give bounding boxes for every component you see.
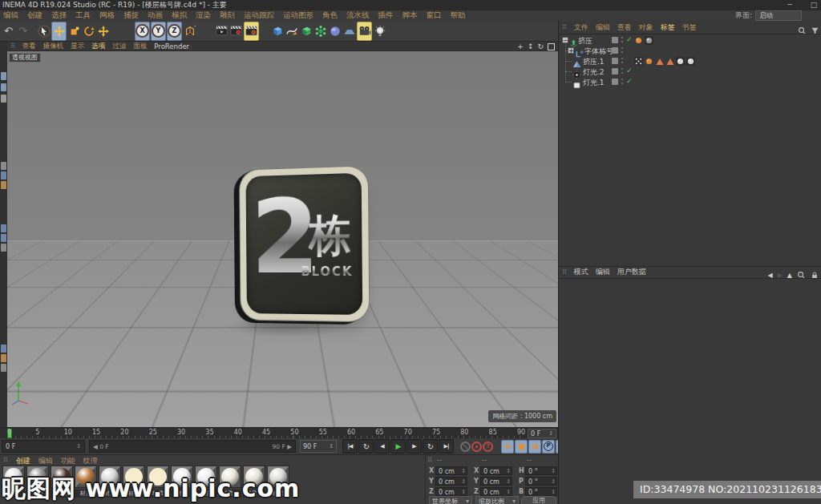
pan-icon[interactable]: + bbox=[517, 42, 524, 51]
rotation-keyframe-toggle[interactable] bbox=[528, 440, 541, 454]
spinner-arrows-icon[interactable]: ↕ bbox=[548, 430, 553, 437]
phong-tag[interactable] bbox=[645, 36, 653, 45]
coord-field-0-0[interactable]: 0 cm↕ bbox=[435, 466, 467, 475]
grip-icon[interactable]: ⠿ bbox=[10, 43, 15, 50]
collapse-icon[interactable]: − bbox=[562, 37, 568, 43]
scale-keyframe-toggle[interactable] bbox=[515, 440, 528, 454]
main-menu-item-13[interactable]: 流水线 bbox=[346, 10, 370, 21]
parameter-keyframe-toggle[interactable]: P bbox=[542, 440, 555, 454]
mode-toolbar-icon[interactable] bbox=[1, 224, 6, 232]
point-tag[interactable] bbox=[634, 36, 643, 45]
sign-3d-object[interactable]: 2 栋 BLOCK bbox=[237, 167, 370, 321]
viewport-menu-item-3[interactable]: 选项 bbox=[91, 42, 105, 51]
object-manager-menu-item-2[interactable]: 查看 bbox=[617, 22, 632, 33]
main-menu-item-10[interactable]: 运动跟踪 bbox=[244, 10, 274, 21]
visibility-dots[interactable] bbox=[621, 58, 624, 65]
toggle-view-icon[interactable] bbox=[548, 43, 555, 50]
viewport-menu-item-4[interactable]: 过滤 bbox=[112, 42, 126, 51]
spinner-arrows-icon[interactable]: ↕ bbox=[551, 467, 556, 476]
main-menu-item-8[interactable]: 渲染 bbox=[196, 10, 211, 21]
scale-button[interactable] bbox=[67, 22, 81, 40]
viewport-canvas[interactable]: 透视视图 2 栋 BLOCK 网格间距 : 1000 cm bbox=[7, 51, 558, 427]
maximize-button[interactable]: □ bbox=[807, 0, 821, 10]
rotate-view-icon[interactable]: ↻ bbox=[537, 42, 544, 51]
range-end-spinner[interactable]: 90 F↕ bbox=[300, 440, 337, 453]
coordinate-system-button[interactable] bbox=[183, 22, 196, 40]
viewport-panel[interactable]: ⠿查看摄像机显示选项过滤面板ProRender 透视视图 2 栋 BLOCK 网… bbox=[7, 42, 558, 427]
texture-tag[interactable] bbox=[686, 57, 695, 66]
coord-field-1-2[interactable]: 0 cm↕ bbox=[480, 487, 512, 496]
ruler-frame-spinner[interactable]: 0 F ↕ bbox=[528, 429, 556, 438]
object-tree[interactable]: −挤压✓+字体栋号挤压.1灯光.2✓灯光.1✓ bbox=[559, 35, 821, 93]
render-to-picture-viewer-button[interactable] bbox=[244, 22, 259, 41]
add-light-button[interactable] bbox=[373, 22, 386, 40]
main-menu-item-17[interactable]: 帮助 bbox=[451, 10, 466, 21]
viewport-menu-item-1[interactable]: 摄像机 bbox=[43, 42, 64, 51]
zoom-icon[interactable]: ↕ bbox=[528, 42, 534, 51]
rotate-button[interactable] bbox=[82, 22, 95, 40]
goto-start-button[interactable]: |◀ bbox=[342, 439, 358, 454]
lock-icon[interactable] bbox=[811, 268, 819, 283]
spinner-arrows-icon[interactable]: ↕ bbox=[506, 467, 511, 476]
add-mograph-button[interactable] bbox=[313, 22, 327, 40]
scale-mode-dropdown[interactable]: 缩放比例▾ bbox=[475, 496, 519, 504]
main-menu-item-2[interactable]: 选择 bbox=[51, 10, 67, 21]
mode-toolbar-icon[interactable] bbox=[1, 72, 6, 80]
grip-icon[interactable]: ⠿ bbox=[562, 25, 567, 31]
object-row-0[interactable]: −挤压✓ bbox=[559, 35, 821, 46]
timeline-ruler[interactable]: 0 F ↕ 0510152025303540455055606570758085… bbox=[0, 427, 558, 439]
material-menu-item-1[interactable]: 编辑 bbox=[38, 456, 53, 466]
record-disabled-button[interactable] bbox=[460, 442, 471, 452]
attribute-menu-item-1[interactable]: 编辑 bbox=[596, 267, 610, 277]
position-keyframe-toggle[interactable] bbox=[501, 440, 514, 454]
undo-button[interactable]: ↶ bbox=[2, 22, 15, 40]
coord-field-2-0[interactable]: 0 °↕ bbox=[525, 466, 557, 475]
layer-color-chip[interactable] bbox=[612, 58, 618, 64]
add-deformer-button[interactable] bbox=[328, 22, 342, 40]
interface-dropdown[interactable]: 启动 bbox=[755, 10, 802, 21]
record-active-objects-button[interactable] bbox=[471, 442, 482, 452]
texture-tag[interactable] bbox=[676, 57, 685, 66]
object-manager-menu-item-5[interactable]: 书签 bbox=[682, 22, 697, 33]
layer-color-chip[interactable] bbox=[612, 79, 618, 85]
grip-icon[interactable]: ⠿ bbox=[3, 458, 8, 464]
main-menu-item-4[interactable]: 网格 bbox=[99, 10, 115, 21]
display-tag[interactable] bbox=[634, 57, 643, 66]
axis-z-button[interactable]: Z bbox=[167, 22, 182, 41]
add-cube-button[interactable] bbox=[270, 22, 284, 40]
object-manager-menu-item-3[interactable]: 对象 bbox=[639, 22, 653, 33]
layer-color-chip[interactable] bbox=[612, 37, 618, 43]
coordinate-header-2[interactable]: -- bbox=[527, 457, 532, 464]
mode-toolbar-icon[interactable] bbox=[1, 244, 6, 252]
main-menu-item-9[interactable]: 雕刻 bbox=[220, 10, 235, 21]
main-menu-item-1[interactable]: 创建 bbox=[27, 10, 42, 21]
spinner-arrows-icon[interactable]: ↕ bbox=[329, 443, 334, 450]
main-menu-item-11[interactable]: 运动图形 bbox=[283, 10, 313, 21]
current-frame-field[interactable]: 0 F↕ bbox=[2, 440, 85, 453]
object-row-2[interactable]: 挤压.1 bbox=[559, 56, 821, 67]
main-menu-item-3[interactable]: 工具 bbox=[75, 10, 91, 21]
object-name[interactable]: 灯光.1 bbox=[583, 78, 605, 88]
object-manager-menu-item-0[interactable]: 文件 bbox=[574, 22, 588, 33]
material-menu-item-0[interactable]: 创建 bbox=[16, 456, 30, 466]
object-row-1[interactable]: +字体栋号 bbox=[559, 46, 821, 56]
render-settings-button[interactable] bbox=[229, 22, 243, 40]
viewport-menu-item-6[interactable]: ProRender bbox=[154, 42, 189, 50]
mode-toolbar-icon[interactable] bbox=[1, 171, 6, 179]
next-frame-button[interactable]: ▶ bbox=[406, 439, 422, 454]
coord-field-1-1[interactable]: 0 cm↕ bbox=[480, 477, 512, 486]
layer-color-chip[interactable] bbox=[612, 47, 618, 54]
main-menu-item-15[interactable]: 脚本 bbox=[402, 10, 418, 21]
render-view-button[interactable] bbox=[215, 22, 229, 40]
select-button[interactable] bbox=[37, 22, 51, 40]
play-mode-button[interactable]: ↻ bbox=[358, 439, 374, 454]
visibility-dots[interactable] bbox=[621, 68, 624, 75]
main-menu-item-6[interactable]: 动画 bbox=[148, 10, 163, 21]
loop-button[interactable]: ↻ bbox=[423, 439, 438, 454]
grip-icon[interactable]: ⠿ bbox=[562, 269, 567, 276]
viewport-menu-item-0[interactable]: 查看 bbox=[22, 42, 36, 51]
mode-toolbar-icon[interactable] bbox=[1, 345, 6, 353]
triangle-tag[interactable] bbox=[655, 57, 664, 66]
triangle-tag[interactable] bbox=[665, 57, 674, 66]
spinner-arrows-icon[interactable]: ↕ bbox=[461, 478, 466, 486]
